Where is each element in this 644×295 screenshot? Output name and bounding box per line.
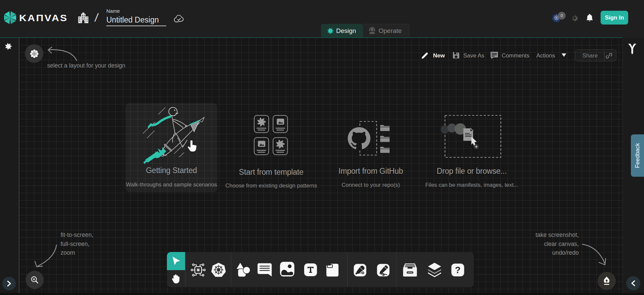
svg-text:?: ? — [455, 265, 461, 275]
